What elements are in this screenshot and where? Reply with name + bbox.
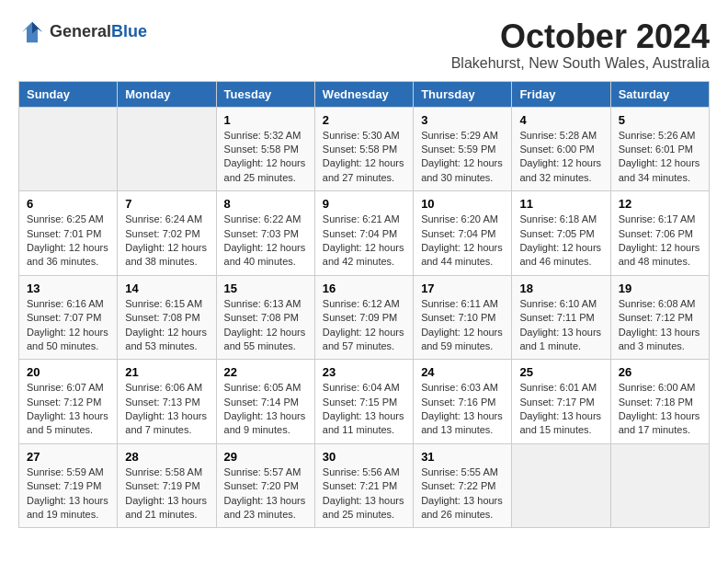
weekday-header-cell: Monday bbox=[118, 81, 216, 107]
sunrise-text: Sunrise: 6:15 AM bbox=[125, 298, 202, 309]
day-detail: Sunrise: 6:24 AM Sunset: 7:02 PM Dayligh… bbox=[125, 213, 208, 270]
day-detail: Sunrise: 5:56 AM Sunset: 7:21 PM Dayligh… bbox=[323, 465, 405, 523]
calendar-body: 1 Sunrise: 5:32 AM Sunset: 5:58 PM Dayli… bbox=[19, 107, 710, 528]
sunrise-text: Sunrise: 6:07 AM bbox=[27, 382, 104, 393]
day-number: 6 bbox=[27, 197, 109, 211]
day-number: 27 bbox=[27, 450, 109, 464]
calendar-day-cell bbox=[512, 443, 610, 528]
sunrise-text: Sunrise: 6:05 AM bbox=[224, 382, 301, 393]
daylight-text: Daylight: 13 hours and 19 minutes. bbox=[27, 495, 108, 520]
page-header: GeneralBlue October 2024 Blakehurst, New… bbox=[18, 18, 710, 72]
sunrise-text: Sunrise: 5:28 AM bbox=[519, 130, 597, 141]
daylight-text: Daylight: 12 hours and 25 minutes. bbox=[224, 157, 306, 182]
sunrise-text: Sunrise: 6:24 AM bbox=[125, 213, 202, 224]
calendar-day-cell: 26 Sunrise: 6:00 AM Sunset: 7:18 PM Dayl… bbox=[610, 360, 709, 444]
day-detail: Sunrise: 5:55 AM Sunset: 7:22 PM Dayligh… bbox=[421, 465, 504, 523]
calendar-day-cell: 8 Sunrise: 6:22 AM Sunset: 7:03 PM Dayli… bbox=[216, 191, 314, 276]
calendar-day-cell: 16 Sunrise: 6:12 AM Sunset: 7:09 PM Dayl… bbox=[314, 275, 413, 360]
day-number: 29 bbox=[224, 450, 307, 464]
sunrise-text: Sunrise: 6:12 AM bbox=[323, 298, 400, 309]
sunrise-text: Sunrise: 5:55 AM bbox=[421, 466, 498, 477]
sunrise-text: Sunrise: 6:16 AM bbox=[27, 298, 104, 309]
day-detail: Sunrise: 6:03 AM Sunset: 7:16 PM Dayligh… bbox=[421, 381, 504, 438]
sunset-text: Sunset: 7:14 PM bbox=[224, 396, 299, 408]
day-number: 20 bbox=[27, 365, 109, 379]
logo-text: GeneralBlue bbox=[50, 22, 147, 42]
sunset-text: Sunset: 7:15 PM bbox=[323, 396, 397, 408]
day-detail: Sunrise: 6:04 AM Sunset: 7:15 PM Dayligh… bbox=[323, 381, 405, 438]
sunrise-text: Sunrise: 6:13 AM bbox=[224, 298, 301, 309]
calendar-day-cell: 29 Sunrise: 5:57 AM Sunset: 7:20 PM Dayl… bbox=[216, 443, 314, 528]
sunset-text: Sunset: 5:58 PM bbox=[323, 144, 397, 155]
daylight-text: Daylight: 12 hours and 38 minutes. bbox=[125, 242, 207, 267]
day-number: 5 bbox=[619, 113, 701, 127]
day-detail: Sunrise: 6:13 AM Sunset: 7:08 PM Dayligh… bbox=[224, 297, 307, 354]
daylight-text: Daylight: 12 hours and 59 minutes. bbox=[421, 327, 503, 351]
calendar-day-cell: 30 Sunrise: 5:56 AM Sunset: 7:21 PM Dayl… bbox=[314, 443, 413, 528]
logo-icon bbox=[18, 18, 46, 46]
sunset-text: Sunset: 7:10 PM bbox=[421, 312, 495, 323]
calendar-week-row: 20 Sunrise: 6:07 AM Sunset: 7:12 PM Dayl… bbox=[19, 360, 710, 444]
daylight-text: Daylight: 12 hours and 40 minutes. bbox=[224, 242, 306, 267]
daylight-text: Daylight: 12 hours and 34 minutes. bbox=[619, 157, 700, 182]
daylight-text: Daylight: 12 hours and 44 minutes. bbox=[421, 242, 503, 267]
sunset-text: Sunset: 7:18 PM bbox=[619, 396, 693, 408]
day-number: 2 bbox=[323, 113, 405, 127]
sunset-text: Sunset: 7:09 PM bbox=[323, 312, 397, 323]
calendar-day-cell: 31 Sunrise: 5:55 AM Sunset: 7:22 PM Dayl… bbox=[414, 443, 512, 528]
calendar-day-cell: 23 Sunrise: 6:04 AM Sunset: 7:15 PM Dayl… bbox=[314, 360, 413, 444]
sunset-text: Sunset: 5:58 PM bbox=[224, 144, 299, 155]
daylight-text: Daylight: 13 hours and 13 minutes. bbox=[421, 410, 503, 435]
day-detail: Sunrise: 5:28 AM Sunset: 6:00 PM Dayligh… bbox=[519, 129, 602, 186]
sunrise-text: Sunrise: 6:01 AM bbox=[519, 382, 597, 393]
sunrise-text: Sunrise: 5:56 AM bbox=[323, 466, 400, 477]
calendar-day-cell: 13 Sunrise: 6:16 AM Sunset: 7:07 PM Dayl… bbox=[19, 275, 118, 360]
day-number: 24 bbox=[421, 365, 504, 379]
sunrise-text: Sunrise: 6:00 AM bbox=[619, 382, 696, 393]
sunset-text: Sunset: 7:06 PM bbox=[619, 228, 693, 239]
day-number: 11 bbox=[519, 197, 602, 211]
day-number: 30 bbox=[323, 450, 405, 464]
calendar-day-cell bbox=[118, 107, 216, 191]
day-detail: Sunrise: 6:16 AM Sunset: 7:07 PM Dayligh… bbox=[27, 297, 109, 354]
title-block: October 2024 Blakehurst, New South Wales… bbox=[451, 18, 710, 72]
day-detail: Sunrise: 5:26 AM Sunset: 6:01 PM Dayligh… bbox=[619, 129, 701, 186]
month-title: October 2024 bbox=[451, 18, 710, 55]
sunrise-text: Sunrise: 6:10 AM bbox=[519, 298, 597, 309]
sunset-text: Sunset: 7:20 PM bbox=[224, 480, 299, 491]
sunrise-text: Sunrise: 6:04 AM bbox=[323, 382, 400, 393]
weekday-header-cell: Friday bbox=[512, 81, 610, 107]
day-detail: Sunrise: 6:20 AM Sunset: 7:04 PM Dayligh… bbox=[421, 213, 504, 270]
calendar-day-cell: 14 Sunrise: 6:15 AM Sunset: 7:08 PM Dayl… bbox=[118, 275, 216, 360]
day-number: 22 bbox=[224, 365, 307, 379]
sunset-text: Sunset: 7:12 PM bbox=[619, 312, 693, 323]
sunrise-text: Sunrise: 5:30 AM bbox=[323, 130, 400, 141]
calendar-day-cell: 1 Sunrise: 5:32 AM Sunset: 5:58 PM Dayli… bbox=[216, 107, 314, 191]
sunset-text: Sunset: 7:05 PM bbox=[519, 228, 594, 239]
day-number: 18 bbox=[519, 282, 602, 295]
day-number: 3 bbox=[421, 113, 504, 127]
day-number: 12 bbox=[619, 197, 701, 211]
sunset-text: Sunset: 7:03 PM bbox=[224, 228, 299, 239]
sunset-text: Sunset: 7:12 PM bbox=[27, 396, 101, 408]
day-detail: Sunrise: 6:00 AM Sunset: 7:18 PM Dayligh… bbox=[619, 381, 701, 438]
calendar-day-cell: 4 Sunrise: 5:28 AM Sunset: 6:00 PM Dayli… bbox=[512, 107, 610, 191]
sunrise-text: Sunrise: 5:32 AM bbox=[224, 130, 301, 141]
day-detail: Sunrise: 5:59 AM Sunset: 7:19 PM Dayligh… bbox=[27, 465, 109, 523]
calendar-day-cell: 24 Sunrise: 6:03 AM Sunset: 7:16 PM Dayl… bbox=[414, 360, 512, 444]
sunrise-text: Sunrise: 5:26 AM bbox=[619, 130, 696, 141]
day-number: 13 bbox=[27, 282, 109, 295]
calendar-day-cell: 18 Sunrise: 6:10 AM Sunset: 7:11 PM Dayl… bbox=[512, 275, 610, 360]
day-detail: Sunrise: 6:18 AM Sunset: 7:05 PM Dayligh… bbox=[519, 213, 602, 270]
weekday-header-cell: Sunday bbox=[19, 81, 118, 107]
logo-general: General bbox=[50, 22, 111, 40]
sunrise-text: Sunrise: 6:17 AM bbox=[619, 213, 696, 224]
daylight-text: Daylight: 13 hours and 11 minutes. bbox=[323, 410, 404, 435]
sunset-text: Sunset: 7:21 PM bbox=[323, 480, 397, 491]
daylight-text: Daylight: 13 hours and 23 minutes. bbox=[224, 495, 306, 520]
day-detail: Sunrise: 6:07 AM Sunset: 7:12 PM Dayligh… bbox=[27, 381, 109, 438]
calendar-day-cell: 20 Sunrise: 6:07 AM Sunset: 7:12 PM Dayl… bbox=[19, 360, 118, 444]
sunset-text: Sunset: 7:01 PM bbox=[27, 228, 101, 239]
calendar-day-cell: 19 Sunrise: 6:08 AM Sunset: 7:12 PM Dayl… bbox=[610, 275, 709, 360]
daylight-text: Daylight: 12 hours and 48 minutes. bbox=[619, 242, 700, 267]
